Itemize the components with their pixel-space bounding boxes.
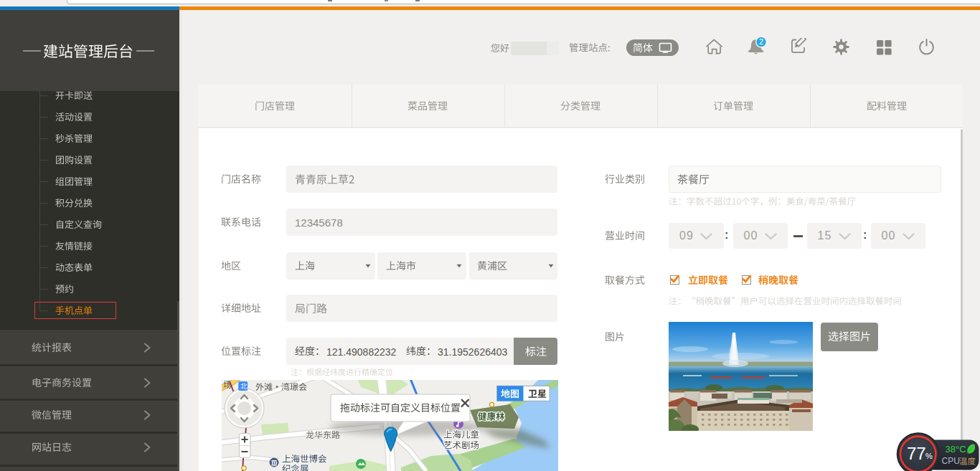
svg-text:77: 77: [907, 444, 926, 463]
svg-text:2: 2: [759, 37, 763, 46]
svg-text:CPU: CPU: [942, 456, 960, 466]
svg-text:38°C: 38°C: [946, 444, 966, 455]
svg-text:%: %: [925, 452, 933, 460]
